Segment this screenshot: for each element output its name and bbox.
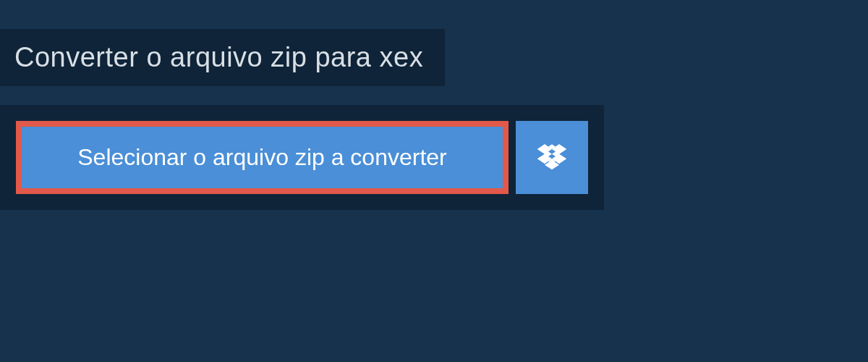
dropbox-icon: [537, 142, 566, 174]
select-file-button-label: Selecionar o arquivo zip a converter: [77, 144, 447, 171]
select-file-button[interactable]: Selecionar o arquivo zip a converter: [16, 121, 509, 194]
converter-panel: Selecionar o arquivo zip a converter: [0, 105, 604, 210]
header-bar: Converter o arquivo zip para xex: [0, 29, 445, 86]
dropbox-button[interactable]: [516, 121, 588, 194]
page-title: Converter o arquivo zip para xex: [14, 42, 423, 73]
